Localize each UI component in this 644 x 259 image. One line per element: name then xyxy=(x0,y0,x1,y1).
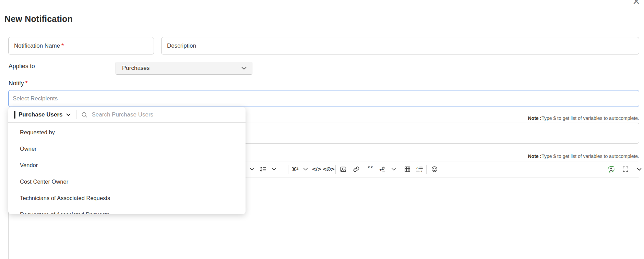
select-recipients-field[interactable]: Select Recipients xyxy=(8,90,639,107)
superscript-icon[interactable]: X² xyxy=(289,163,301,175)
applies-to-select[interactable]: Purchases xyxy=(116,62,252,75)
line-spacing-chevron-icon[interactable] xyxy=(268,163,280,175)
insert-link-icon[interactable] xyxy=(350,163,362,175)
search-icon xyxy=(81,112,88,118)
more-chevron-icon[interactable] xyxy=(246,163,258,175)
header-separator xyxy=(76,110,76,119)
svg-text:A: A xyxy=(416,166,419,170)
toolbar-separator xyxy=(426,165,427,174)
applies-to-value: Purchases xyxy=(122,65,150,72)
list-item[interactable]: Requested by xyxy=(8,124,246,140)
close-icon[interactable]: × xyxy=(633,0,640,8)
description-field[interactable]: Description xyxy=(161,37,639,54)
category-indicator-bar xyxy=(14,111,15,119)
page-title: New Notification xyxy=(4,14,73,24)
search-input[interactable] xyxy=(91,111,241,119)
list-item[interactable]: Owner xyxy=(8,140,246,157)
required-asterisk: * xyxy=(25,80,28,87)
notify-label: Notify * xyxy=(9,80,28,87)
toolbar-separator xyxy=(335,165,336,174)
title-divider xyxy=(4,30,639,30)
insert-table-icon[interactable] xyxy=(402,163,413,175)
description-placeholder: Description xyxy=(167,42,196,49)
toolbar-more-icon[interactable] xyxy=(633,163,644,175)
chevron-down-icon xyxy=(241,65,247,72)
blockquote-icon[interactable]: ” xyxy=(365,163,377,175)
select-recipients-placeholder: Select Recipients xyxy=(13,95,58,102)
insert-summary-icon[interactable]: A A xyxy=(414,163,425,175)
insert-emoji-icon[interactable] xyxy=(429,163,440,175)
applies-to-label: Applies to xyxy=(9,63,35,70)
recipients-list: Requested by Owner Vendor Cost Center Ow… xyxy=(8,123,246,214)
recipients-dropdown-panel: Purchase Users Requested by Owner Vendor… xyxy=(8,107,246,214)
list-item[interactable]: Cost Center Owner xyxy=(8,173,246,190)
autocomplete-note: Note :Type $ to get list of variables to… xyxy=(528,115,640,121)
list-item[interactable]: Vendor xyxy=(8,157,246,173)
signature-chevron-icon[interactable] xyxy=(388,163,399,175)
dialog-top-divider xyxy=(0,11,644,11)
embed-icon[interactable]: <∅> xyxy=(323,163,334,175)
toolbar-separator xyxy=(288,165,288,174)
required-asterisk: * xyxy=(61,42,64,49)
notify-label-text: Notify xyxy=(9,80,24,87)
code-view-icon[interactable]: </> xyxy=(311,163,322,175)
toolbar-separator xyxy=(363,165,363,174)
svg-text:A: A xyxy=(420,170,422,173)
svg-text:T: T xyxy=(380,169,382,172)
insert-user-icon[interactable] xyxy=(605,163,617,175)
recipients-dropdown-header: Purchase Users xyxy=(8,107,246,123)
new-notification-dialog: { "dialog": { "title": "New Notification… xyxy=(0,0,644,259)
note-text: Type $ to get list of variables to autoc… xyxy=(541,115,639,121)
category-selector[interactable]: Purchase Users xyxy=(19,111,71,118)
category-label: Purchase Users xyxy=(19,111,63,118)
signature-icon[interactable]: T xyxy=(377,163,389,175)
note-bold-text: Note : xyxy=(528,153,542,159)
autocomplete-note: Note :Type $ to get list of variables to… xyxy=(528,153,640,159)
toolbar-separator xyxy=(400,165,400,174)
note-bold-text: Note : xyxy=(528,115,542,121)
superscript-chevron-icon[interactable] xyxy=(300,163,311,175)
list-item[interactable]: Technicians of Associated Requests xyxy=(8,190,246,206)
notification-name-field[interactable]: Notification Name * xyxy=(8,37,154,54)
list-item[interactable]: Requesters of Associated Requests xyxy=(8,206,246,214)
fullscreen-icon[interactable] xyxy=(620,163,631,175)
insert-image-icon[interactable] xyxy=(337,163,349,175)
chevron-down-icon xyxy=(66,113,71,116)
note-text: Type $ to get list of variables to autoc… xyxy=(541,153,639,159)
notification-name-placeholder: Notification Name xyxy=(14,42,60,49)
line-spacing-icon[interactable] xyxy=(257,163,269,175)
